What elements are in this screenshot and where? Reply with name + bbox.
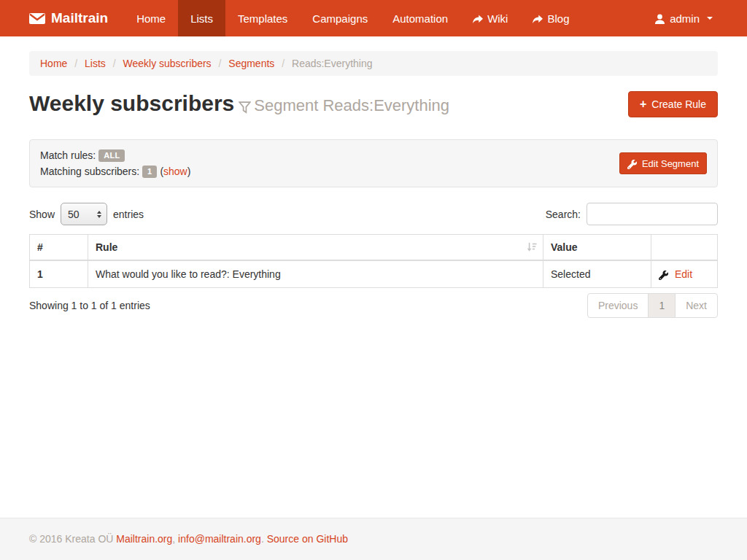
top-navbar: Mailtrain Home Lists Templates Campaigns… bbox=[0, 0, 747, 36]
header-value[interactable]: Value bbox=[543, 235, 651, 261]
rule-cell: What would you like to read?: Everything bbox=[88, 260, 543, 288]
select-arrows-icon bbox=[97, 211, 101, 218]
breadcrumb-lists[interactable]: Lists bbox=[85, 58, 106, 69]
rules-table: # Rule Value 1 What would you li bbox=[29, 234, 718, 288]
rule-number-cell: 1 bbox=[30, 260, 88, 288]
header-num[interactable]: # bbox=[30, 235, 88, 261]
main-nav: Home Lists Templates Campaigns Automatio… bbox=[124, 0, 581, 36]
user-label: admin bbox=[670, 12, 700, 25]
user-icon bbox=[654, 12, 665, 25]
table-row: 1 What would you like to read?: Everythi… bbox=[30, 260, 718, 288]
pagination-next[interactable]: Next bbox=[675, 293, 718, 318]
match-rules-badge: ALL bbox=[98, 149, 125, 162]
nav-item-automation[interactable]: Automation bbox=[380, 0, 460, 36]
page-header: Weekly subscribersSegment Reads:Everythi… bbox=[29, 90, 718, 117]
caret-down-icon bbox=[707, 17, 713, 20]
pagination-previous[interactable]: Previous bbox=[587, 293, 649, 318]
header-action bbox=[651, 235, 718, 261]
page-length-control: Show 50 entries bbox=[29, 203, 144, 225]
breadcrumb-weekly-subscribers[interactable]: Weekly subscribers bbox=[123, 58, 212, 69]
envelope-icon bbox=[29, 10, 45, 26]
page-title: Weekly subscribersSegment Reads:Everythi… bbox=[29, 90, 449, 117]
email-link[interactable]: info@mailtrain.org bbox=[178, 533, 261, 545]
table-header-row: # Rule Value bbox=[30, 235, 718, 261]
matching-count-badge: 1 bbox=[142, 166, 157, 178]
page-length-select[interactable]: 50 bbox=[61, 203, 107, 225]
brand-label: Mailtrain bbox=[51, 10, 108, 26]
table-info: Showing 1 to 1 of 1 entries bbox=[29, 300, 150, 311]
share-icon bbox=[533, 12, 543, 25]
sort-icon bbox=[527, 242, 537, 252]
nav-item-wiki[interactable]: Wiki bbox=[460, 0, 520, 36]
breadcrumb: Home / Lists / Weekly subscribers / Segm… bbox=[29, 51, 718, 76]
breadcrumb-segments[interactable]: Segments bbox=[228, 58, 274, 69]
segment-summary-panel: Match rules: ALL Matching subscribers: 1… bbox=[29, 139, 718, 187]
search-label: Search: bbox=[546, 209, 581, 220]
page-subtitle: Segment Reads:Everything bbox=[239, 96, 449, 114]
search-input[interactable] bbox=[587, 203, 718, 225]
pagination-page-1[interactable]: 1 bbox=[648, 293, 676, 318]
nav-item-campaigns[interactable]: Campaigns bbox=[300, 0, 380, 36]
page-footer: © 2016 Kreata OÜ Mailtrain.org, info@mai… bbox=[0, 518, 747, 560]
breadcrumb-home[interactable]: Home bbox=[40, 58, 67, 69]
create-rule-button[interactable]: + Create Rule bbox=[628, 91, 718, 117]
edit-segment-button[interactable]: Edit Segment bbox=[619, 152, 707, 174]
search-control: Search: bbox=[546, 203, 718, 225]
segment-summary-text: Match rules: ALL Matching subscribers: 1… bbox=[40, 147, 190, 179]
wrench-icon bbox=[627, 158, 637, 168]
matching-subscribers-line: Matching subscribers: 1 (show) bbox=[40, 163, 190, 179]
nav-item-home[interactable]: Home bbox=[124, 0, 178, 36]
brand[interactable]: Mailtrain bbox=[29, 0, 108, 36]
edit-rule-link[interactable]: Edit bbox=[675, 268, 692, 280]
pagination: Previous 1 Next bbox=[587, 293, 718, 318]
mailtrain-org-link[interactable]: Mailtrain.org bbox=[116, 533, 172, 545]
datatable-footer: Showing 1 to 1 of 1 entries Previous 1 N… bbox=[29, 293, 718, 318]
header-rule[interactable]: Rule bbox=[88, 235, 543, 261]
nav-item-lists[interactable]: Lists bbox=[178, 0, 225, 36]
share-icon bbox=[473, 12, 483, 25]
copyright: © 2016 Kreata OÜ bbox=[29, 533, 113, 545]
filter-icon bbox=[239, 101, 251, 114]
value-cell: Selected bbox=[543, 260, 651, 288]
navbar-right: admin bbox=[642, 0, 747, 36]
source-github-link[interactable]: Source on GitHub bbox=[267, 533, 348, 545]
nav-item-blog[interactable]: Blog bbox=[520, 0, 581, 36]
nav-item-templates[interactable]: Templates bbox=[225, 0, 300, 36]
plus-icon: + bbox=[640, 101, 646, 108]
breadcrumb-current: Reads:Everything bbox=[292, 58, 373, 69]
action-cell: Edit bbox=[651, 260, 718, 288]
user-menu[interactable]: admin bbox=[642, 0, 725, 36]
datatable-controls: Show 50 entries Search: bbox=[29, 203, 718, 225]
show-subscribers-link[interactable]: show bbox=[163, 166, 187, 177]
match-rules-line: Match rules: ALL bbox=[40, 147, 190, 163]
wrench-icon bbox=[659, 268, 671, 280]
